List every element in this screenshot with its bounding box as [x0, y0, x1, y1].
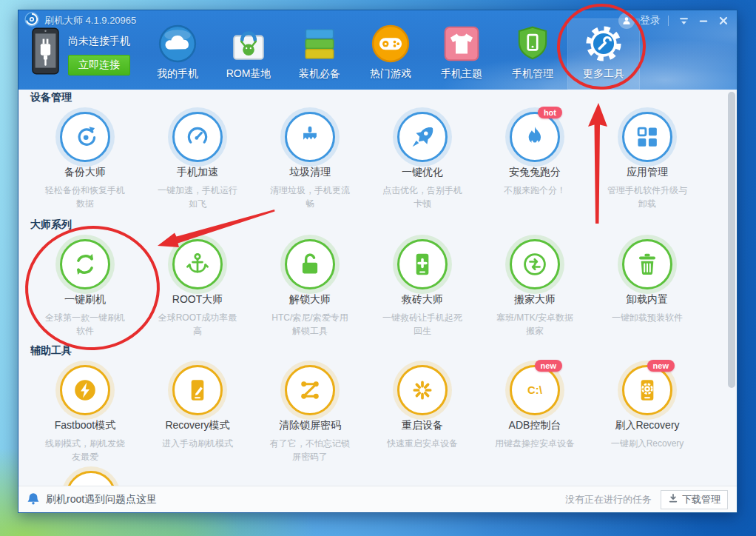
tool-item-title: 手机加速	[141, 166, 254, 179]
tool-item[interactable]: 清除锁屏密码有了它，不怕忘记锁 屏密码了	[254, 365, 366, 463]
tool-item-title: 垃圾清理	[254, 166, 366, 179]
login-button[interactable]: 登录	[640, 14, 661, 27]
nav-item-label: 手机管理	[512, 67, 553, 81]
section-title: 大师系列	[30, 218, 726, 232]
tool-item[interactable]: 解锁大师HTC/索尼/索爱专用 解锁工具	[254, 239, 366, 338]
tool-item-subtitle: 点击优化，告别手机 卡顿	[366, 184, 479, 210]
flash-refresh-icon	[60, 239, 110, 289]
new-badge: new	[647, 360, 675, 372]
tool-item[interactable]: Recovery模式进入手动刷机模式	[141, 365, 254, 463]
skin-menu-icon[interactable]	[676, 13, 691, 28]
help-link[interactable]: 刷机root遇到问题点这里	[27, 492, 157, 507]
nav-item-2[interactable]: 装机必备	[284, 19, 355, 89]
tool-item[interactable]: ROOT大师全球ROOT成功率最 高	[141, 239, 254, 338]
unlock-icon	[285, 239, 335, 289]
tool-item[interactable]: Fastboot模式线刷模式，刷机发烧 友最爱	[29, 365, 141, 463]
tool-item-subtitle: 管理手机软件升级与 卸载	[591, 184, 703, 210]
speedometer-icon	[172, 112, 223, 162]
section-title: 设备管理	[30, 91, 726, 104]
tool-item[interactable]: new刷入Recovery一键刷入Recovery	[591, 365, 703, 463]
nav-item-1[interactable]: ROM基地	[213, 19, 284, 89]
tool-item[interactable]: 一键刷机全球第一款一键刷机 软件	[29, 239, 141, 338]
tool-item[interactable]: 救砖大师一键救砖让手机起死 回生	[366, 239, 479, 338]
titlebar-divider	[668, 16, 669, 26]
nav-item-label: ROM基地	[226, 67, 271, 81]
app-title: 刷机大师 4.1.9.20965	[44, 14, 136, 27]
tool-item-title: 备份大师	[29, 166, 141, 179]
download-icon	[668, 493, 678, 506]
tool-item[interactable]: 垃圾清理清理垃圾，手机更流 畅	[254, 112, 366, 210]
nav-item-label: 我的手机	[157, 67, 198, 81]
spinner-icon	[397, 365, 448, 415]
tool-item-subtitle: 进入手动刷机模式	[141, 437, 254, 450]
game-controller-icon	[371, 24, 411, 64]
tool-item[interactable]: 备份大师轻松备份和恢复手机 数据	[29, 112, 141, 210]
gear-wrench-icon	[584, 24, 624, 64]
antutu-flame-icon	[510, 112, 560, 162]
tool-item[interactable]: 一键优化点击优化，告别手机 卡顿	[366, 112, 479, 210]
nav-item-label: 手机主题	[441, 67, 482, 81]
download-button-label: 下载管理	[682, 493, 720, 506]
section-0: 设备管理备份大师轻松备份和恢复手机 数据手机加速一键加速，手机运行 如飞垃圾清理…	[18, 91, 726, 210]
tool-item-title: 搬家大师	[479, 293, 591, 306]
partially-visible-tool-icon[interactable]	[66, 471, 116, 486]
tool-item-title: 刷入Recovery	[591, 419, 703, 432]
phone-plus-icon	[397, 239, 448, 289]
nav-item-6[interactable]: 更多工具	[568, 19, 639, 89]
tool-item[interactable]: 卸载内置一键卸载预装软件	[591, 239, 703, 338]
brush-icon	[285, 112, 335, 162]
nav-item-4[interactable]: 手机主题	[426, 19, 497, 89]
nav-item-0[interactable]: 我的手机	[142, 19, 213, 89]
connect-now-button[interactable]: 立即连接	[68, 55, 130, 76]
tool-item[interactable]: 应用管理管理手机软件升级与 卸载	[591, 112, 703, 210]
section-2: 辅助工具Fastboot模式线刷模式，刷机发烧 友最爱Recovery模式进入手…	[18, 344, 726, 463]
app-grid-icon	[622, 112, 672, 162]
nav-item-5[interactable]: 手机管理	[497, 19, 568, 89]
tool-item-subtitle: 全球第一款一键刷机 软件	[29, 311, 141, 338]
rocket-icon	[397, 112, 448, 162]
new-badge: new	[535, 360, 562, 372]
shield-phone-icon	[513, 24, 553, 64]
app-header: 刷机大师 4.1.9.20965 登录	[18, 10, 737, 90]
close-icon[interactable]	[716, 13, 731, 28]
tool-item-title: 救砖大师	[366, 293, 479, 306]
tool-item-title: ROOT大师	[141, 293, 254, 306]
vertical-scrollbar-thumb[interactable]	[728, 92, 735, 388]
task-status-text: 没有正在进行的任务	[565, 493, 652, 506]
help-text: 刷机root遇到问题点这里	[46, 493, 157, 506]
hot-badge: hot	[538, 107, 562, 118]
section-row: 一键刷机全球第一款一键刷机 软件ROOT大师全球ROOT成功率最 高解锁大师HT…	[18, 239, 726, 338]
tool-item-subtitle: HTC/索尼/索爱专用 解锁工具	[254, 311, 366, 338]
nav-item-3[interactable]: 热门游戏	[355, 19, 426, 89]
trash-icon	[622, 239, 672, 289]
svg-text:C:\: C:\	[527, 384, 542, 396]
tool-item[interactable]: C:\newADB控制台用键盘操控安卓设备	[479, 365, 591, 463]
tool-item-title: 应用管理	[591, 166, 703, 179]
tool-item[interactable]: 重启设备快速重启安卓设备	[366, 365, 479, 463]
tool-item-subtitle: 清理垃圾，手机更流 畅	[254, 184, 366, 210]
tool-item[interactable]: hot安兔兔跑分不服来跑个分！	[479, 112, 591, 210]
bell-icon	[27, 492, 39, 507]
tshirt-icon	[442, 24, 482, 64]
section-1: 大师系列一键刷机全球第一款一键刷机 软件ROOT大师全球ROOT成功率最 高解锁…	[18, 218, 726, 338]
tool-item-title: 清除锁屏密码	[254, 419, 366, 432]
pattern-lock-icon	[285, 365, 335, 415]
tool-item-title: Recovery模式	[141, 419, 254, 432]
nav-item-label: 装机必备	[299, 67, 340, 81]
tool-item-subtitle: 塞班/MTK/安卓数据 搬家	[479, 311, 591, 338]
tool-item[interactable]: 手机加速一键加速，手机运行 如飞	[141, 112, 254, 210]
tool-item-subtitle: 轻松备份和恢复手机 数据	[29, 184, 141, 210]
rom-bag-icon	[229, 24, 269, 64]
tool-item-title: 一键优化	[366, 166, 479, 179]
connection-status: 尚未连接手机	[68, 35, 130, 48]
nav-bar: 我的手机ROM基地装机必备热门游戏手机主题手机管理更多工具	[142, 19, 639, 89]
tool-item-subtitle: 一键刷入Recovery	[591, 437, 703, 450]
console-icon: C:\	[510, 365, 560, 415]
download-manager-button[interactable]: 下载管理	[661, 490, 728, 509]
tool-item-title: 重启设备	[366, 419, 479, 432]
apps-layers-icon	[300, 24, 340, 64]
minimize-icon[interactable]	[696, 13, 711, 28]
tool-item[interactable]: 搬家大师塞班/MTK/安卓数据 搬家	[479, 239, 591, 338]
transfer-icon	[510, 239, 560, 289]
section-title: 辅助工具	[30, 344, 726, 358]
